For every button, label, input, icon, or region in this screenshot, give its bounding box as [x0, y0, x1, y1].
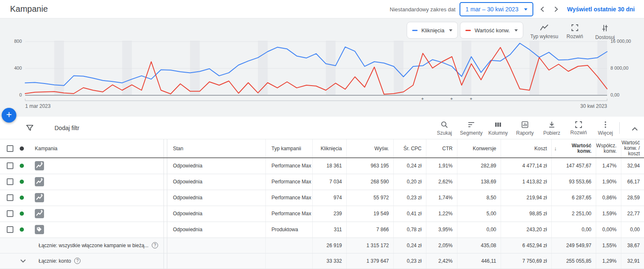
campaign-table-row: Odpowiednia Performance Max 18 361 963 1… [0, 158, 644, 174]
row-checkbox[interactable] [7, 194, 13, 201]
column-header-typ-kampanii[interactable]: Typ kampanii [265, 139, 312, 158]
columns-button[interactable]: Kolumny [485, 120, 512, 136]
row-checkbox[interactable] [7, 178, 13, 185]
chart-adjust-button[interactable]: Dostosuj [587, 24, 623, 40]
help-icon[interactable]: ? [152, 242, 158, 248]
page-title: Kampanie [10, 4, 48, 14]
tool-label: Pobierz [543, 130, 561, 136]
cell-ctr: 1,22% [426, 206, 457, 222]
column-header-ctr[interactable]: CTR [426, 139, 457, 158]
column-header-wartosc-konw[interactable]: ↓ Wartość konw. [551, 139, 596, 158]
cell-typ-kampanii: Performance Max [265, 174, 312, 190]
cell-konwersje: 0,00 [457, 222, 501, 238]
chart-metric-1-select[interactable]: Kliknięcia [407, 22, 458, 39]
cell-wartosc-konw-koszt: 28,59 [621, 190, 644, 206]
columns-icon [494, 120, 502, 129]
help-icon[interactable]: ? [74, 258, 80, 264]
chevron-down-icon [449, 29, 452, 31]
column-header-wartosc-konw-koszt[interactable]: Wartość konw. / koszt [621, 139, 644, 158]
cell-wspolcz-konw: 1,47% [596, 158, 621, 174]
status-filter-icon[interactable] [20, 146, 24, 151]
cell-ctr: 2,62% [426, 174, 457, 190]
right-axis-tick: 8 000,00 [610, 65, 641, 71]
filter-funnel-icon[interactable] [26, 124, 34, 132]
download-icon [548, 120, 556, 129]
cell-wartosc-konw: 147 457,67 [551, 158, 596, 174]
cell-wartosc-konw-koszt: 66,17 [621, 174, 644, 190]
campaign-cell [0, 177, 164, 186]
cell-ctr: 3,95% [426, 222, 457, 238]
view-last-30-days-link[interactable]: Wyświetl ostatnie 30 dni [567, 6, 635, 13]
campaign-cell [0, 209, 164, 218]
auto-apply-sparkle-icon[interactable]: ✦ [450, 97, 453, 101]
download-button[interactable]: Pobierz [538, 120, 565, 136]
select-all-checkbox[interactable] [7, 145, 13, 152]
shopping-tag-icon [35, 225, 44, 234]
more-button[interactable]: Więcej [592, 120, 619, 136]
table-toolbar: Dodaj filtr Szukaj Segmenty Kolumny Rapo… [0, 117, 644, 139]
auto-apply-sparkle-icon[interactable]: ✦ [469, 97, 473, 101]
summary-wartosc-konw: 255 055,85 [551, 253, 596, 269]
chevron-down-icon[interactable] [20, 259, 26, 263]
column-header-sr-cpc[interactable]: Śr. CPC [393, 139, 426, 158]
summary-row: Łącznie: wszystkie włączone kampanie w b… [0, 238, 644, 253]
cell-klikniecia: 7 034 [312, 174, 346, 190]
segments-button[interactable]: Segmenty [458, 120, 485, 136]
row-checkbox[interactable] [7, 162, 13, 169]
cell-klikniecia: 18 361 [312, 158, 346, 174]
chevron-up-icon [631, 127, 638, 131]
date-range-controls: Niestandardowy zakres dat 1 mar – 30 kwi… [390, 0, 635, 18]
reports-button[interactable]: Raporty [512, 120, 538, 136]
left-axis-tick: 400 [0, 65, 22, 71]
cell-stan: Odpowiednia [167, 158, 265, 174]
cell-konwersje: 138,69 [457, 174, 501, 190]
search-button[interactable]: Szukaj [431, 120, 458, 136]
chart-type-button[interactable]: Typ wykresu [527, 24, 562, 39]
cell-wartosc-konw-koszt: 32,94 [621, 158, 644, 174]
column-header-koszt[interactable]: Koszt [501, 139, 551, 158]
column-header-konwersje[interactable]: Konwersje [457, 139, 501, 158]
campaign-status-enabled-icon[interactable] [20, 212, 24, 216]
campaign-status-enabled-icon[interactable] [20, 196, 24, 200]
date-range-value: 1 mar – 30 kwi 2023 [465, 6, 518, 13]
column-header-kampania[interactable]: Kampania [35, 146, 57, 151]
more-vertical-icon [601, 120, 610, 129]
tool-label: Więcej [598, 130, 613, 136]
campaign-table-row: Odpowiednia Performance Max 239 19 549 0… [0, 206, 644, 222]
column-header-wysw[interactable]: Wyśw. [346, 139, 393, 158]
column-header-klikniecia[interactable]: Kliknięcia [312, 139, 346, 158]
row-checkbox[interactable] [7, 226, 13, 233]
expand-table-button[interactable]: Rozwiń [565, 121, 592, 136]
add-filter-button[interactable]: Dodaj filtr [55, 125, 79, 131]
campaign-cell [0, 225, 164, 234]
tune-sliders-icon [601, 24, 609, 32]
add-campaign-button[interactable]: + [2, 108, 16, 123]
cell-typ-kampanii: Performance Max [265, 206, 312, 222]
date-range-select[interactable]: 1 mar – 30 kwi 2023 [460, 2, 533, 16]
next-date-range-button[interactable] [551, 5, 561, 13]
performance-max-icon [35, 177, 44, 186]
campaign-table-row: Odpowiednia Performance Max 7 034 268 59… [0, 174, 644, 190]
cell-koszt: 243,20 zł [501, 222, 551, 238]
tool-label: Kolumny [488, 130, 508, 136]
campaign-status-enabled-icon[interactable] [20, 164, 24, 168]
column-header-wspolcz-konw[interactable]: Współcz. konw. [596, 139, 621, 158]
campaign-table-row: Odpowiednia Produktowa 311 7 866 0,78 zł… [0, 222, 644, 238]
campaign-table-row: Odpowiednia Performance Max 974 55 972 0… [0, 190, 644, 206]
auto-apply-sparkle-icon[interactable]: ✦ [421, 97, 424, 101]
expand-icon [571, 24, 579, 31]
summary-wspolcz-konw: 1,29% [596, 253, 621, 269]
metric-2-label: Wartość konw. [475, 27, 510, 34]
performance-max-icon [35, 193, 44, 202]
column-header-stan[interactable]: Stan [167, 139, 265, 158]
collapse-panel-button[interactable] [631, 126, 638, 132]
chart-metric-2-select[interactable]: Wartość konw. [460, 22, 523, 39]
campaign-status-enabled-icon[interactable] [20, 227, 24, 232]
campaign-status-enabled-icon[interactable] [20, 180, 24, 184]
summary-ctr: 2,42% [426, 253, 457, 269]
cell-koszt: 1 413,82 zł [501, 174, 551, 190]
previous-date-range-button[interactable] [538, 5, 547, 13]
tool-label: Segmenty [460, 130, 483, 136]
cell-ctr: 1,74% [426, 190, 457, 206]
row-checkbox[interactable] [7, 210, 13, 217]
